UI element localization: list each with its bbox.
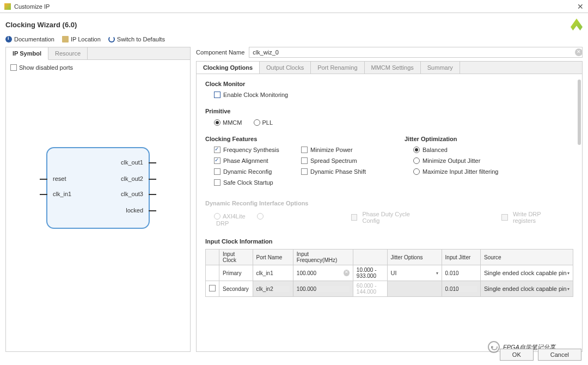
- feature-6-label: Safe Clock Startup: [223, 179, 273, 186]
- refresh-icon: [108, 36, 115, 42]
- ip-symbol-diagram: reset clk_in1 clk_out1 clk_out2 clk_out3…: [46, 147, 150, 229]
- page-title: Clocking Wizard (6.0): [5, 21, 571, 29]
- input-jitter-1: [445, 286, 477, 292]
- tab-summary[interactable]: Summary: [421, 62, 460, 74]
- scrollbar[interactable]: [578, 80, 581, 145]
- feature-4-label: Dynamic Reconfig: [223, 168, 272, 175]
- tab-mmcm-settings[interactable]: MMCM Settings: [365, 62, 421, 74]
- ok-button[interactable]: OK: [500, 349, 534, 361]
- component-name-label: Component Name: [196, 49, 244, 56]
- port-clk-in1: clk_in1: [53, 191, 71, 197]
- freq-1: [297, 286, 350, 292]
- feature-1-checkbox[interactable]: [301, 147, 308, 153]
- feature-0-label: Frequency Synthesis: [223, 147, 279, 153]
- port-clk-out1: clk_out1: [121, 159, 143, 166]
- window-title: Customize IP: [14, 3, 577, 10]
- options-panel: Clock Monitor Enable Clock Monitoring Pr…: [196, 74, 583, 352]
- feature-4-checkbox[interactable]: [214, 168, 220, 175]
- show-disabled-label: Show disabled ports: [19, 64, 73, 71]
- left-tabs: IP Symbol Resource: [6, 47, 190, 60]
- tab-port-renaming[interactable]: Port Renaming: [311, 62, 364, 74]
- config-tabs: Clocking Options Output Clocks Port Rena…: [196, 61, 583, 74]
- tab-ip-symbol[interactable]: IP Symbol: [6, 47, 48, 60]
- feature-3-checkbox[interactable]: [301, 157, 308, 164]
- radio-mmcm[interactable]: [214, 119, 220, 126]
- jitter-opt-title: Jitter Optimization: [405, 136, 498, 142]
- dynamic-reconfig-title: Dynamic Reconfig Interface Options: [205, 200, 573, 206]
- app-logo-icon: [4, 3, 11, 10]
- documentation-link[interactable]: Documentation: [5, 36, 54, 42]
- right-panel: Component Name ✕ Clocking Options Output…: [196, 47, 583, 352]
- jitter-radio-2[interactable]: [413, 168, 420, 175]
- primitive-title: Primitive: [205, 108, 573, 114]
- enable-clock-monitoring-label: Enable Clock Monitoring: [223, 92, 288, 98]
- input-clock-info-title: Input Clock Information: [205, 238, 573, 245]
- input-jitter-0[interactable]: [445, 270, 477, 276]
- feature-5-label: Dynamic Phase Shift: [310, 168, 366, 175]
- clock-monitor-title: Clock Monitor: [205, 81, 573, 87]
- feature-3-label: Spread Spectrum: [310, 157, 357, 164]
- xilinx-logo-icon: [571, 19, 583, 31]
- close-icon[interactable]: ✕: [577, 2, 584, 11]
- freq-0[interactable]: [297, 270, 344, 276]
- radio-axi4lite: [214, 213, 220, 220]
- switch-defaults-link[interactable]: Switch to Defaults: [108, 36, 165, 42]
- source-0[interactable]: Single ended clock capable pin: [484, 270, 569, 276]
- write-drp-checkbox: [501, 214, 508, 221]
- clear-input-icon[interactable]: ✕: [575, 48, 583, 56]
- source-1: Single ended clock capable pin: [484, 285, 569, 292]
- jitter-label-0: Balanced: [422, 147, 448, 153]
- ip-location-link[interactable]: IP Location: [62, 36, 101, 42]
- component-name-input[interactable]: [249, 47, 583, 58]
- tab-output-clocks[interactable]: Output Clocks: [260, 62, 311, 74]
- feature-0-checkbox[interactable]: [214, 147, 220, 153]
- header: Clocking Wizard (6.0): [0, 13, 588, 34]
- port-reset: reset: [53, 175, 66, 182]
- secondary-enable-checkbox[interactable]: [209, 285, 216, 291]
- enable-clock-monitoring-checkbox[interactable]: [214, 92, 220, 98]
- jitter-radio-1[interactable]: [413, 157, 420, 164]
- left-panel: IP Symbol Resource Show disabled ports r…: [5, 47, 191, 352]
- input-clock-table: Input ClockPort NameInput Frequency(MHz)…: [205, 249, 573, 297]
- radio-drp: [257, 213, 264, 220]
- feature-6-checkbox[interactable]: [214, 179, 220, 186]
- folder-icon: [62, 36, 69, 42]
- clocking-features-title: Clocking Features: [205, 136, 372, 142]
- tab-resource[interactable]: Resource: [48, 47, 88, 59]
- feature-2-checkbox[interactable]: [214, 157, 220, 164]
- jitter-radio-0[interactable]: [413, 147, 420, 153]
- port-name-1: [256, 286, 290, 292]
- clear-freq-icon[interactable]: ✕: [344, 270, 350, 276]
- tab-clocking-options[interactable]: Clocking Options: [197, 62, 260, 74]
- toolbar: Documentation IP Location Switch to Defa…: [0, 34, 588, 47]
- feature-2-label: Phase Alignment: [223, 157, 268, 164]
- port-clk-out3: clk_out3: [121, 191, 143, 197]
- show-disabled-checkbox[interactable]: [10, 64, 17, 71]
- radio-pll[interactable]: [254, 119, 260, 126]
- cancel-button[interactable]: Cancel: [538, 349, 581, 361]
- jitter-label-2: Maximize Input Jitter filtering: [422, 168, 498, 175]
- port-name-0[interactable]: [256, 270, 290, 276]
- port-locked: locked: [126, 207, 143, 214]
- dialog-footer: OK Cancel: [500, 349, 581, 361]
- feature-1-label: Minimize Power: [310, 147, 353, 153]
- feature-5-checkbox[interactable]: [301, 168, 308, 175]
- phase-duty-checkbox: [351, 214, 358, 221]
- titlebar: Customize IP ✕: [0, 0, 588, 13]
- info-icon: [5, 36, 12, 42]
- jitter-opts-0[interactable]: UI: [391, 270, 438, 276]
- port-clk-out2: clk_out2: [121, 175, 143, 182]
- jitter-label-1: Minimize Output Jitter: [422, 157, 480, 164]
